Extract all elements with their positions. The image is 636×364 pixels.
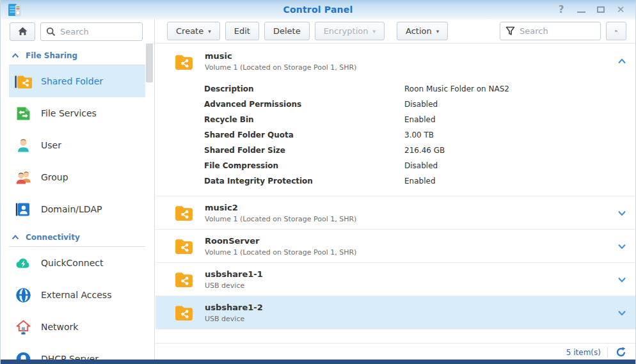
sort-button[interactable]	[606, 22, 626, 40]
sidebar-item-network[interactable]: Network	[9, 311, 145, 343]
sidebar-scrollbar[interactable]	[146, 44, 153, 83]
item-count: 5 item(s)	[566, 348, 601, 357]
chevron-up-icon	[12, 53, 19, 58]
sidebar-item-shared-folder[interactable]: Shared Folder	[9, 65, 145, 97]
maximize-icon[interactable]	[595, 5, 607, 15]
folder-row-roonserver[interactable]: RoonServer Volume 1 (Located on Storage …	[155, 230, 635, 263]
sort-icon	[615, 26, 617, 36]
status-bar: 5 item(s)	[155, 343, 635, 360]
section-header-connectivity[interactable]: Connectivity	[1, 225, 154, 246]
chevron-down-icon: ▾	[372, 28, 376, 35]
external-access-icon	[15, 287, 32, 304]
folder-location: USB device	[205, 281, 263, 290]
sidebar: File Sharing Shared Folder File Services	[1, 44, 155, 360]
sidebar-search	[40, 22, 143, 41]
refresh-button[interactable]	[614, 346, 627, 359]
quickconnect-icon	[15, 255, 32, 272]
section-header-file-sharing[interactable]: File Sharing	[1, 44, 154, 65]
main-toolbar: Create ▾ Edit Delete Encryption ▾ Action…	[155, 19, 635, 44]
folder-location: Volume 1 (Located on Storage Pool 1, SHR…	[205, 63, 356, 72]
title-bar: Control Panel ? ✕	[1, 0, 635, 19]
detail-row: Description Roon Music Folder on NAS2	[155, 81, 635, 97]
folder-row-music2[interactable]: music2 Volume 1 (Located on Storage Pool…	[155, 196, 635, 230]
minimize-icon[interactable]	[575, 5, 587, 15]
chevron-up-icon[interactable]	[617, 56, 627, 67]
control-panel-app-icon	[6, 2, 22, 18]
chevron-down-icon[interactable]	[617, 208, 627, 218]
filter-search	[500, 22, 601, 40]
folder-location: Volume 1 (Located on Storage Pool 1, SHR…	[205, 248, 356, 257]
sidebar-item-group[interactable]: Group	[9, 161, 145, 193]
encryption-button: Encryption ▾	[315, 22, 385, 40]
folder-name: music2	[205, 203, 356, 212]
network-icon	[15, 319, 32, 336]
folder-row-music[interactable]: music Volume 1 (Located on Storage Pool …	[155, 45, 635, 78]
close-icon[interactable]: ✕	[615, 5, 626, 15]
action-button[interactable]: Action ▾	[397, 22, 448, 40]
file-services-icon	[15, 105, 32, 122]
dhcp-server-icon	[15, 351, 32, 360]
help-icon[interactable]: ?	[555, 5, 567, 15]
sidebar-item-quickconnect[interactable]: QuickConnect	[9, 247, 145, 279]
sidebar-item-user[interactable]: User	[9, 129, 145, 161]
toolbar: Create ▾ Edit Delete Encryption ▾ Action…	[1, 19, 635, 44]
chevron-down-icon[interactable]	[617, 241, 627, 251]
detail-row: Data Integrity Protection Enabled	[155, 173, 635, 189]
delete-button[interactable]: Delete	[264, 22, 310, 40]
control-panel-window: Control Panel ? ✕	[0, 0, 636, 364]
refresh-icon	[616, 347, 626, 358]
home-icon	[17, 26, 28, 36]
chevron-down-icon: ▾	[208, 28, 211, 35]
shared-folder-icon	[174, 236, 194, 256]
home-button[interactable]	[10, 22, 35, 41]
detail-row: Shared Folder Quota 3.00 TB	[155, 127, 635, 143]
folder-row-usbshare1-2[interactable]: usbshare1-2 USB device	[155, 296, 635, 329]
folder-details-music: Description Roon Music Folder on NAS2 Ad…	[155, 78, 635, 196]
sidebar-item-external-access[interactable]: External Access	[9, 279, 145, 311]
domain-ldap-icon	[15, 201, 32, 218]
detail-row: Recycle Bin Enabled	[155, 112, 635, 127]
shared-folder-icon	[15, 73, 32, 90]
shared-folder-icon	[174, 203, 194, 223]
detail-row: Advanced Permissions Disabled	[155, 97, 635, 112]
detail-row: Shared Folder Size 216.46 GB	[155, 143, 635, 158]
window-bottom-border	[1, 360, 635, 364]
folder-name: music	[205, 51, 356, 61]
chevron-up-icon	[12, 235, 19, 240]
edit-button[interactable]: Edit	[225, 22, 259, 40]
shared-folder-list: music Volume 1 (Located on Storage Pool …	[155, 44, 635, 360]
filter-funnel-icon	[505, 26, 515, 36]
sidebar-item-domain-ldap[interactable]: Domain/LDAP	[9, 193, 145, 225]
window-title: Control Panel	[1, 4, 635, 15]
chevron-down-icon[interactable]	[617, 274, 627, 285]
user-icon	[15, 137, 32, 154]
detail-row: File Compression Disabled	[155, 158, 635, 173]
folder-row-usbshare1-1[interactable]: usbshare1-1 USB device	[155, 263, 635, 296]
folder-name: usbshare1-2	[205, 303, 263, 312]
create-button[interactable]: Create ▾	[167, 22, 220, 40]
folder-location: Volume 1 (Located on Storage Pool 1, SHR…	[205, 215, 356, 223]
search-icon	[46, 27, 56, 36]
sidebar-item-dhcp-server[interactable]: DHCP Server	[9, 343, 145, 360]
folder-location: USB device	[205, 315, 263, 323]
folder-name: RoonServer	[205, 236, 356, 246]
shared-folder-icon	[174, 303, 194, 322]
shared-folder-icon	[174, 52, 194, 72]
sidebar-toolbar	[1, 19, 155, 44]
shared-folder-icon	[174, 269, 194, 289]
filter-search-input[interactable]	[520, 26, 595, 36]
sidebar-search-input[interactable]	[60, 27, 137, 36]
divider	[607, 347, 608, 358]
chevron-down-icon[interactable]	[617, 308, 627, 318]
folder-name: usbshare1-1	[205, 269, 263, 279]
chevron-down-icon: ▾	[436, 28, 440, 35]
group-icon	[15, 169, 32, 186]
sidebar-item-file-services[interactable]: File Services	[9, 97, 145, 129]
